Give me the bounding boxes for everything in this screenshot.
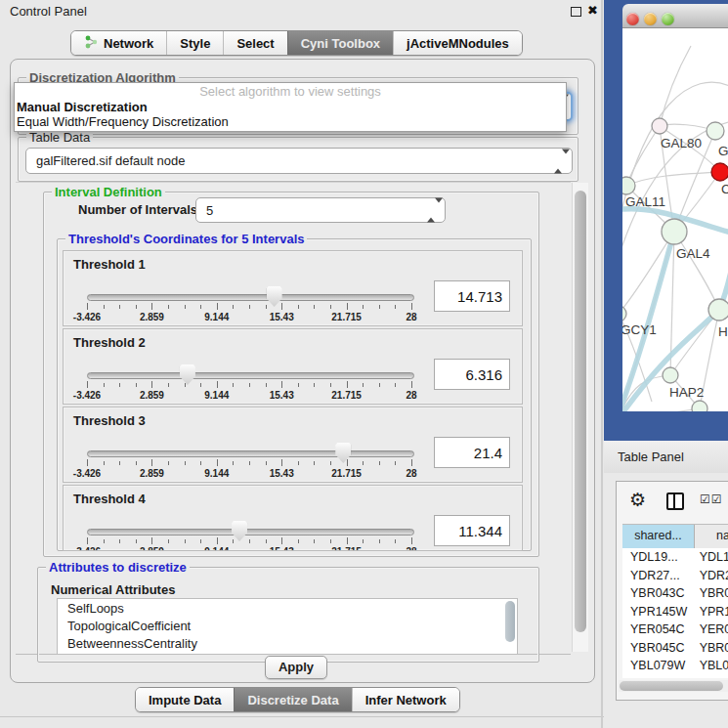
number-of-intervals-spinner[interactable]: 5 <box>195 197 446 223</box>
threshold-value-field[interactable] <box>434 280 510 312</box>
network-window-titlebar[interactable] <box>622 4 728 28</box>
slider-thumb[interactable] <box>335 443 351 463</box>
slider-tick <box>168 461 169 465</box>
dropdown-option[interactable]: Manual Discretization <box>15 100 566 114</box>
cell-shared-name[interactable]: YBL079W <box>622 657 694 675</box>
table-row[interactable]: YBR043CYBR0 <box>622 584 728 603</box>
cell-shared-name[interactable]: YER054C <box>622 621 694 639</box>
algorithm-dropdown-popup: Select algorithm to view settings Manual… <box>14 82 567 132</box>
network-graph <box>622 28 728 411</box>
cell-name[interactable]: YDR2 <box>694 567 728 585</box>
network-node[interactable] <box>622 177 635 194</box>
cell-name[interactable]: YER0 <box>694 621 728 639</box>
slider-thumb[interactable] <box>180 364 195 385</box>
close-traffic-icon[interactable] <box>626 13 639 25</box>
zoom-traffic-icon[interactable] <box>662 13 674 25</box>
threshold-panel: Threshold 4 -3.4262.8599.14415.4321.7152… <box>63 485 523 551</box>
cell-name[interactable]: YBR0 <box>694 639 728 658</box>
slider-track[interactable] <box>87 529 414 535</box>
list-item[interactable]: SelfLoops <box>58 599 517 617</box>
network-node[interactable] <box>663 367 678 383</box>
tab-jactivemnodules[interactable]: jActiveMNodules <box>393 31 522 55</box>
table-row[interactable]: YLR345WYLR3 <box>622 675 728 679</box>
tab-impute-data[interactable]: Impute Data <box>136 688 234 711</box>
cell-name[interactable]: YLR3 <box>694 675 728 679</box>
cell-shared-name[interactable]: YDL19... <box>622 548 694 567</box>
float-window-icon[interactable] <box>571 7 581 17</box>
network-node-selected[interactable] <box>711 163 728 181</box>
numerical-attributes-label: Numerical Attributes <box>51 582 175 597</box>
network-node[interactable] <box>652 118 667 134</box>
slider-track[interactable] <box>87 450 414 457</box>
threshold-label: Threshold 2 <box>73 335 146 350</box>
apply-button[interactable]: Apply <box>265 656 327 679</box>
network-node[interactable] <box>708 299 728 321</box>
slider-tick <box>314 305 315 309</box>
slider-thumb[interactable] <box>267 286 282 307</box>
close-icon[interactable]: ✖ <box>587 3 598 18</box>
column-header-name[interactable]: na <box>695 525 728 548</box>
panel-bottom-edge <box>0 716 604 717</box>
list-scrollbar[interactable] <box>504 599 516 652</box>
horizontal-scrollbar[interactable] <box>619 680 728 692</box>
tab-discretize-data[interactable]: Discretize Data <box>234 688 351 711</box>
slider-tick <box>266 461 267 465</box>
cell-name[interactable]: YBR0 <box>694 584 728 603</box>
threshold-value-field[interactable] <box>434 515 510 546</box>
gear-icon[interactable]: ⚙ <box>629 489 646 511</box>
slider-track[interactable] <box>87 372 414 379</box>
slider-tick <box>200 383 201 387</box>
slider-tick <box>168 305 169 309</box>
minimize-traffic-icon[interactable] <box>644 13 657 25</box>
slider-tick-label: 15.43 <box>257 546 306 551</box>
dropdown-placeholder-item[interactable]: Select algorithm to view settings <box>15 83 566 100</box>
slider-thumb[interactable] <box>232 521 247 541</box>
table-data-combobox[interactable]: galFiltered.sif default node <box>25 148 573 174</box>
threshold-label: Threshold 4 <box>73 492 146 506</box>
scrollbar-thumb[interactable] <box>575 191 586 632</box>
scrollbar-thumb[interactable] <box>505 601 515 642</box>
columns-icon[interactable] <box>666 492 684 510</box>
slider-tick-label: -3.426 <box>63 546 111 551</box>
network-node[interactable] <box>622 306 626 321</box>
threshold-value-field[interactable] <box>434 359 510 390</box>
table-row[interactable]: YBR045CYBR0 <box>622 639 728 658</box>
numerical-attributes-list[interactable]: SelfLoops TopologicalCoefficient Between… <box>57 598 518 655</box>
network-node[interactable] <box>692 401 707 411</box>
list-item[interactable]: BetweennessCentrality <box>58 634 517 652</box>
table-row[interactable]: YBL079WYBL0 <box>622 657 728 675</box>
network-node[interactable] <box>662 219 687 244</box>
cell-name[interactable]: YPR1 <box>694 603 728 621</box>
node-label: GAL80 <box>661 136 702 150</box>
cell-shared-name[interactable]: YBR045C <box>622 639 694 658</box>
slider-tick <box>87 537 88 544</box>
tab-infer-network[interactable]: Infer Network <box>352 688 459 711</box>
table-row[interactable]: YDL19...YDL1 <box>622 548 728 567</box>
cell-name[interactable]: YBL0 <box>694 657 728 675</box>
cell-shared-name[interactable]: YBR043C <box>622 584 694 603</box>
network-canvas[interactable]: GAL80 G C GAL11 GAL4 GCY1 H HAP2 <box>622 28 728 411</box>
tab-select[interactable]: Select <box>223 31 286 55</box>
slider-track[interactable] <box>87 294 414 301</box>
table-row[interactable]: YDR27...YDR2 <box>622 567 728 585</box>
table-row[interactable]: YPR145WYPR1 <box>622 603 728 621</box>
cell-shared-name[interactable]: YPR145W <box>622 603 694 621</box>
tab-cyni-toolbox[interactable]: Cyni Toolbox <box>287 31 393 55</box>
network-node[interactable] <box>707 122 724 140</box>
cell-shared-name[interactable]: YLR345W <box>622 675 694 679</box>
slider-tick <box>185 305 186 309</box>
tab-network[interactable]: Network <box>71 31 166 55</box>
cell-name[interactable]: YDL1 <box>694 548 728 567</box>
select-columns-checkboxes-icon[interactable]: ☑☑ <box>700 492 723 506</box>
vertical-scrollbar[interactable] <box>572 183 588 652</box>
column-header-shared-name[interactable]: shared... <box>622 525 695 548</box>
cell-shared-name[interactable]: YDR27... <box>622 567 694 585</box>
tab-style[interactable]: Style <box>166 31 223 55</box>
dropdown-option[interactable]: Equal Width/Frequency Discretization <box>15 114 566 129</box>
threshold-value-field[interactable] <box>434 437 510 468</box>
scrollbar-thumb[interactable] <box>620 681 723 691</box>
slider-tick <box>151 303 152 310</box>
list-item[interactable]: TopologicalCoefficient <box>58 617 517 634</box>
slider-tick <box>119 461 120 465</box>
table-row[interactable]: YER054CYER0 <box>622 621 728 639</box>
